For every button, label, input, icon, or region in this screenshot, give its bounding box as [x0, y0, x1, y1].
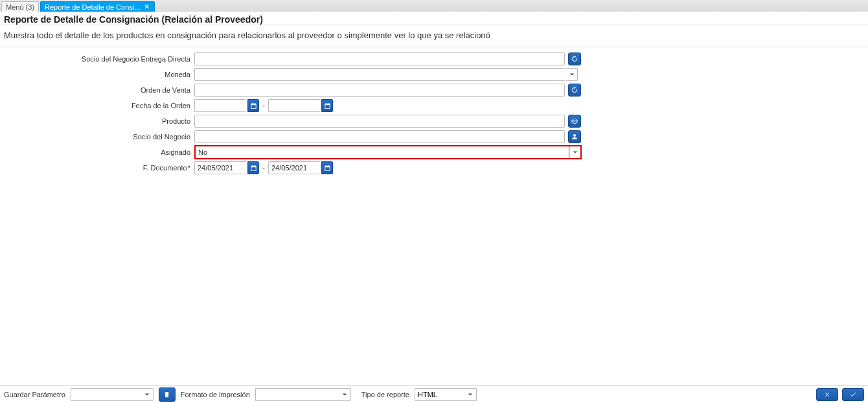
ok-button[interactable]: [842, 388, 864, 401]
tab-reporte-detalle-consignacion[interactable]: Reporte de Detalle de Consi... ✕: [40, 1, 155, 12]
tipo-reporte-label: Tipo de reporte: [361, 391, 409, 398]
row-asignado: Asignado: [0, 144, 868, 160]
formato-input[interactable]: [255, 388, 339, 401]
fecha-orden-label: Fecha de la Orden: [0, 102, 194, 109]
page-description: Muestra todo el detalle de los productos…: [0, 25, 868, 47]
row-socio-negocio: Socio del Negocio: [0, 129, 868, 144]
orden-venta-label: Orden de Venta: [0, 86, 194, 94]
moneda-input[interactable]: [194, 68, 565, 81]
date-range-dash: -: [260, 163, 267, 172]
fecha-orden-from-input[interactable]: [194, 99, 246, 112]
asignado-select[interactable]: [194, 145, 582, 159]
f-documento-to-input[interactable]: [268, 161, 320, 174]
trash-icon[interactable]: [159, 387, 176, 402]
product-lookup-icon[interactable]: [568, 115, 581, 128]
calendar-icon[interactable]: [321, 99, 333, 112]
row-producto: Producto: [0, 113, 868, 129]
row-fecha-orden: Fecha de la Orden -: [0, 98, 868, 113]
moneda-label: Moneda: [0, 71, 194, 78]
tipo-reporte-select[interactable]: [415, 388, 477, 401]
row-f-documento: F. Documento -: [0, 160, 868, 176]
tab-bar: Menú (3) Reporte de Detalle de Consi... …: [0, 0, 868, 12]
producto-input[interactable]: [194, 115, 565, 128]
socio-entrega-input[interactable]: [194, 52, 565, 65]
orden-venta-input[interactable]: [194, 84, 565, 97]
tab-active-label: Reporte de Detalle de Consi...: [45, 3, 140, 11]
chevron-down-icon[interactable]: [569, 146, 580, 158]
f-documento-from-input[interactable]: [194, 161, 246, 174]
socio-entrega-label: Socio del Negocio Entrega Directa: [0, 55, 194, 63]
socio-negocio-label: Socio del Negocio: [0, 133, 194, 141]
refresh-icon[interactable]: [568, 84, 581, 97]
fecha-orden-to-input[interactable]: [268, 99, 320, 112]
chevron-down-icon[interactable]: [465, 388, 477, 401]
asignado-input[interactable]: [196, 146, 569, 158]
chevron-down-icon[interactable]: [339, 388, 351, 401]
report-form: Socio del Negocio Entrega Directa Moneda…: [0, 47, 868, 176]
bottom-toolbar: Guardar Parámetro Formato de impresión T…: [0, 385, 868, 403]
user-lookup-icon[interactable]: [568, 130, 581, 143]
row-orden-venta: Orden de Venta: [0, 82, 868, 98]
date-range-dash: -: [260, 101, 267, 110]
tipo-reporte-input[interactable]: [415, 388, 465, 401]
refresh-icon[interactable]: [568, 52, 581, 65]
tab-menu[interactable]: Menú (3): [1, 1, 39, 12]
socio-negocio-input[interactable]: [194, 130, 565, 143]
guardar-param-input[interactable]: [71, 388, 142, 401]
page-title: Reporte de Detalle de Consignación (Rela…: [4, 14, 864, 25]
calendar-icon[interactable]: [247, 99, 259, 112]
guardar-param-label: Guardar Parámetro: [4, 391, 65, 398]
formato-label: Formato de impresión: [181, 391, 250, 398]
tab-menu-label: Menú (3): [6, 3, 34, 11]
cancel-button[interactable]: [816, 388, 838, 401]
calendar-icon[interactable]: [321, 161, 333, 174]
producto-label: Producto: [0, 117, 194, 125]
bottom-actions: [816, 388, 864, 401]
close-icon[interactable]: ✕: [143, 3, 150, 11]
asignado-label: Asignado: [0, 148, 194, 156]
row-socio-entrega: Socio del Negocio Entrega Directa: [0, 51, 868, 67]
guardar-param-select[interactable]: [71, 388, 154, 401]
formato-select[interactable]: [255, 388, 351, 401]
f-documento-label: F. Documento: [0, 164, 194, 172]
row-moneda: Moneda: [0, 67, 868, 82]
chevron-down-icon[interactable]: [142, 388, 154, 401]
chevron-down-icon[interactable]: [566, 68, 578, 81]
page-header: Reporte de Detalle de Consignación (Rela…: [0, 12, 868, 25]
calendar-icon[interactable]: [247, 161, 259, 174]
